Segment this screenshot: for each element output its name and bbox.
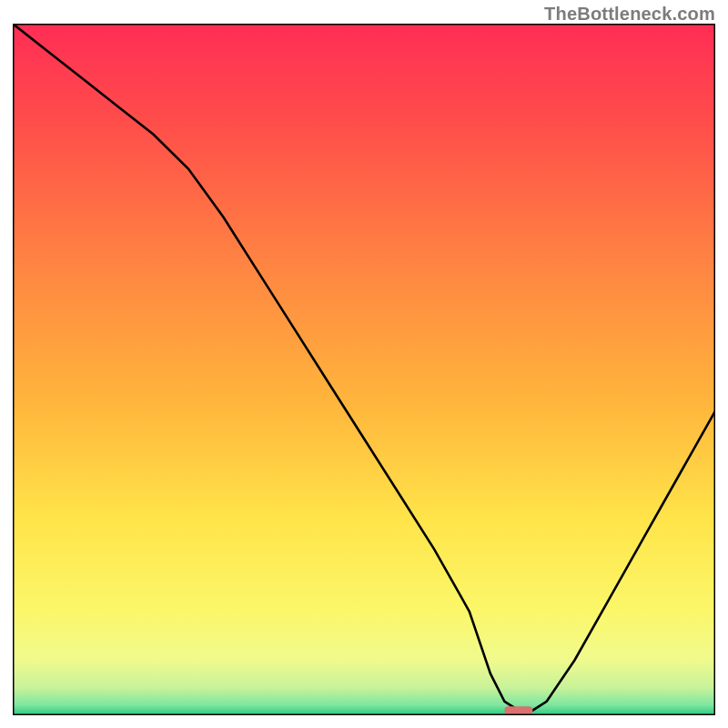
bottleneck-curve-chart <box>13 24 715 715</box>
optimal-marker <box>504 706 532 714</box>
gradient-background <box>13 24 715 715</box>
plot-area <box>13 24 715 715</box>
watermark-text: TheBottleneck.com <box>544 4 715 25</box>
chart-frame: TheBottleneck.com <box>0 0 728 728</box>
